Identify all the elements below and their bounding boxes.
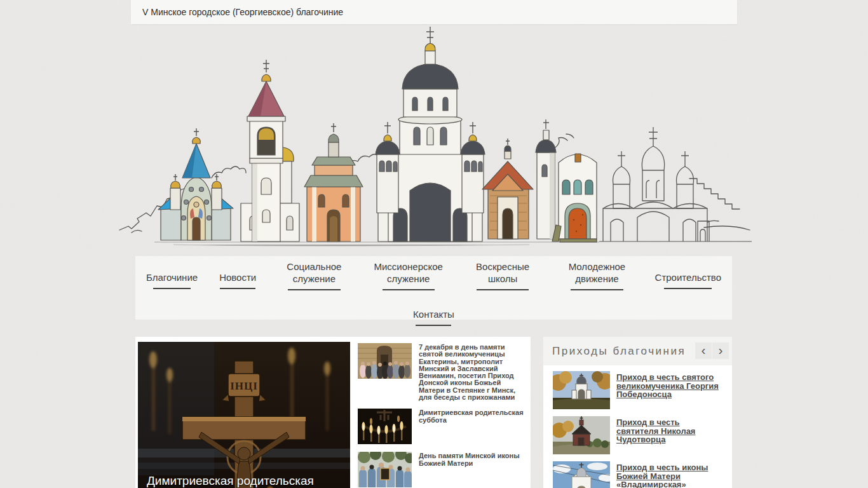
orange-church-drawing xyxy=(304,123,363,241)
parishes-header: Приходы благочиния ‹ › xyxy=(543,337,732,365)
news-title: Димитриевская родительская суббота xyxy=(419,409,528,444)
nav-underline xyxy=(383,289,435,290)
nav-item-contacts[interactable]: Контакты xyxy=(413,298,454,326)
nav-underline xyxy=(153,288,190,289)
nav-label: Социальное служение xyxy=(278,261,350,285)
parish-thumbnail-st-nicholas[interactable] xyxy=(553,416,610,454)
news-list: 7 декабря в день памяти святой великомуч… xyxy=(358,343,528,488)
nav-item-news[interactable]: Новости xyxy=(219,261,256,289)
news-title: День памяти Минской иконы Божией Матери xyxy=(419,452,528,487)
nav-label: Новости xyxy=(219,272,256,284)
crucifix-candles-image: ІНЦІ xyxy=(138,342,350,488)
news-item[interactable]: 7 декабря в день памяти святой великомуч… xyxy=(358,343,528,401)
featured-caption: Димитриевская родительская xyxy=(147,474,314,488)
nav-underline xyxy=(288,289,340,290)
nav-item-blagochinie[interactable]: Благочиние xyxy=(146,261,198,289)
next-arrow-button[interactable]: › xyxy=(712,342,729,359)
inri-plaque-text: ІНЦІ xyxy=(230,380,258,392)
news-panel: ІНЦІ xyxy=(135,337,531,488)
nav-underline xyxy=(571,289,623,290)
parish-thumbnail-st-george[interactable] xyxy=(553,371,610,409)
nav-underline xyxy=(664,288,712,289)
news-item[interactable]: День памяти Минской иконы Божией Матери xyxy=(358,452,528,487)
featured-slide[interactable]: ІНЦІ xyxy=(138,342,350,488)
parish-item: Приход в честь иконы Божией Матери «Влад… xyxy=(553,461,723,488)
deanery-title: V Минское городское (Георгиевское) благо… xyxy=(131,7,343,17)
nav-label: Строительство xyxy=(655,272,721,284)
nav-row-2: Контакты xyxy=(135,293,732,326)
parish-link[interactable]: Приход в честь святого великомученика Ге… xyxy=(616,371,723,409)
nav-label: Молодежное движение xyxy=(560,261,633,285)
white-church-orange-door-drawing xyxy=(552,154,597,242)
parish-thumbnail-vladimir-icon[interactable] xyxy=(553,461,610,488)
news-item[interactable]: Димитриевская родительская суббота xyxy=(358,409,528,444)
nav-underline xyxy=(477,289,529,290)
sketch-cathedral-drawing xyxy=(599,127,752,241)
main-navigation: Благочиние Новости Социальное служение М… xyxy=(135,256,732,320)
parishes-title: Приходы благочиния xyxy=(552,337,686,365)
page: V Минское городское (Георгиевское) благо… xyxy=(0,0,868,488)
nav-item-construction[interactable]: Строительство xyxy=(655,261,721,289)
carousel-controls: ‹ › xyxy=(695,342,729,359)
parishes-list: Приход в честь святого великомученика Ге… xyxy=(543,365,732,488)
header-illustration xyxy=(116,18,752,250)
nav-item-sunday-schools[interactable]: Воскресные школы xyxy=(466,261,539,290)
prev-arrow-button[interactable]: ‹ xyxy=(695,342,712,359)
churches-panorama-drawing xyxy=(116,18,752,250)
news-title: 7 декабря в день памяти святой великомуч… xyxy=(419,343,528,401)
nav-label: Миссионерское служение xyxy=(372,261,445,285)
parishes-sidebar: Приходы благочиния ‹ › xyxy=(543,337,732,488)
news-thumbnail-group-photo xyxy=(358,343,412,379)
wooden-church-drawing xyxy=(482,139,533,239)
news-thumbnail-candles xyxy=(358,409,412,444)
parish-link[interactable]: Приход в честь святителя Николая Чудотво… xyxy=(616,416,723,454)
content-area: ІНЦІ xyxy=(135,337,732,488)
parish-link[interactable]: Приход в честь иконы Божией Матери «Влад… xyxy=(616,461,723,488)
deanery-selector-bar[interactable]: V Минское городское (Георгиевское) благо… xyxy=(131,0,737,24)
parish-item: Приход в честь святителя Николая Чудотво… xyxy=(553,416,723,454)
nav-label: Благочиние xyxy=(146,272,198,284)
nav-item-missionary-service[interactable]: Миссионерское служение xyxy=(372,261,445,290)
bell-tower-drawing xyxy=(241,60,299,241)
white-tower-drawing xyxy=(536,119,556,239)
news-thumbnail-procession xyxy=(358,452,412,487)
nav-underline xyxy=(416,325,451,326)
nav-item-social-service[interactable]: Социальное служение xyxy=(278,261,350,290)
nav-underline xyxy=(220,288,255,289)
nav-label: Контакты xyxy=(413,309,454,321)
parish-item: Приход в честь святого великомученика Ге… xyxy=(553,371,723,409)
nav-label: Воскресные школы xyxy=(466,261,539,285)
nav-row-1: Благочиние Новости Социальное служение М… xyxy=(135,256,732,290)
central-cathedral-drawing xyxy=(376,27,485,241)
blue-church-drawing xyxy=(158,128,233,240)
nav-item-youth-movement[interactable]: Молодежное движение xyxy=(560,261,633,290)
